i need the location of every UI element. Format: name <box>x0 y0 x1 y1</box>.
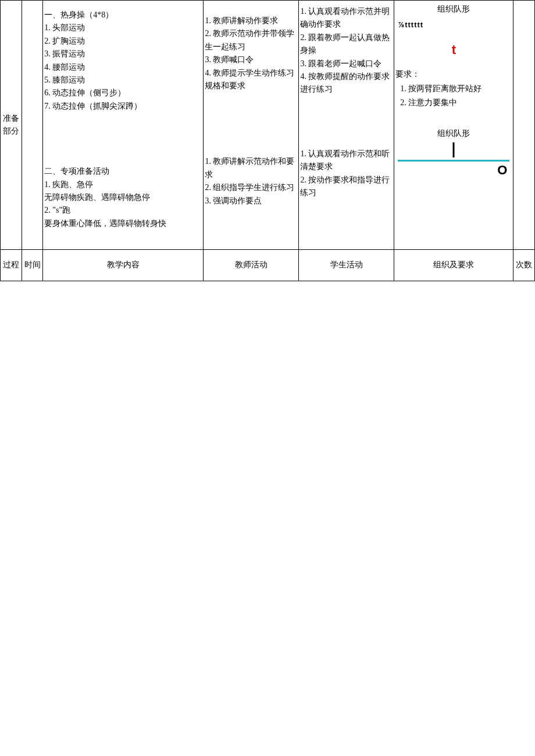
warmup-item: 4. 腰部运动 <box>44 61 202 74</box>
header-process: 过程 <box>1 249 22 281</box>
warmup-item: 2. 扩胸运动 <box>44 35 202 48</box>
formation-vertical-bar-icon <box>453 142 455 157</box>
student-activity-cell: 1. 认真观看动作示范并明确动作要求 2. 跟着教师一起认真做热身操 3. 跟着… <box>299 1 394 250</box>
formation-o-symbol: O <box>497 160 507 180</box>
special-prep-item: 无障碍物疾跑、遇障碍物急停 <box>44 191 202 204</box>
warmup-title: 一、热身操（4*8） <box>44 9 202 22</box>
teaching-content-cell: 一、热身操（4*8） 1. 头部运动 2. 扩胸运动 3. 振臂运动 4. 腰部… <box>43 1 204 250</box>
student-item: 3. 跟着老师一起喊口令 <box>300 58 393 70</box>
header-student: 学生活动 <box>299 249 394 281</box>
warmup-item: 3. 振臂运动 <box>44 48 202 60</box>
section-label: 准备部分 <box>3 114 19 135</box>
header-count: 次数 <box>513 249 535 281</box>
warmup-item: 7. 动态拉伸（抓脚尖深蹲） <box>44 100 202 113</box>
header-content: 教学内容 <box>43 249 204 281</box>
teacher-item: 2. 教师示范动作并带领学生一起练习 <box>205 27 297 53</box>
count-cell-empty <box>513 1 535 250</box>
requirements-label: 要求： <box>395 68 512 81</box>
teacher-item: 3. 强调动作要点 <box>205 195 297 207</box>
formation-title-1: 组织队形 <box>395 3 512 16</box>
requirement-item: 按两臂距离散开站好 <box>408 83 512 95</box>
spacer <box>395 183 512 247</box>
teacher-item: 1. 教师讲解动作要求 <box>205 15 297 27</box>
student-item: 1. 认真观看动作示范并明确动作要求 <box>300 5 393 31</box>
special-prep-item: 2. "s"跑 <box>44 204 202 217</box>
header-org: 组织及要求 <box>394 249 513 281</box>
teacher-block2: 1. 教师讲解示范动作和要求 2. 组织指导学生进行练习 3. 强调动作要点 <box>205 155 297 207</box>
requirement-item: 注意力要集中 <box>408 96 512 109</box>
warmup-item: 1. 头部运动 <box>44 22 202 34</box>
special-prep-block: 二、专项准备活动 1. 疾跑、急停 无障碍物疾跑、遇障碍物急停 2. "s"跑 … <box>44 165 202 230</box>
special-prep-item: 要身体重心降低，遇障碍物转身快 <box>44 217 202 230</box>
teacher-item: 2. 组织指导学生进行练习 <box>205 181 297 194</box>
warmup-item: 5. 膝部运动 <box>44 74 202 87</box>
student-item: 2. 跟着教师一起认真做热身操 <box>300 31 393 58</box>
requirements-list: 按两臂距离散开站好 注意力要集中 <box>398 83 512 110</box>
prep-section-row: 准备部分 一、热身操（4*8） 1. 头部运动 2. 扩胸运动 3. 振臂运动 … <box>1 1 535 250</box>
special-prep-item: 1. 疾跑、急停 <box>44 178 202 191</box>
teacher-block1: 1. 教师讲解动作要求 2. 教师示范动作并带领学生一起练习 3. 教师喊口令 … <box>205 15 297 92</box>
teacher-item: 3. 教师喊口令 <box>205 53 297 66</box>
header-time: 时间 <box>22 249 43 281</box>
teacher-activity-cell: 1. 教师讲解动作要求 2. 教师示范动作并带领学生一起练习 3. 教师喊口令 … <box>204 1 299 250</box>
teacher-item: 4. 教师提示学生动作练习规格和要求 <box>205 67 297 93</box>
formation-horizontal-line-icon <box>398 160 509 162</box>
time-cell-empty <box>22 1 43 250</box>
student-item: 1. 认真观看动作示范和听清楚要求 <box>300 148 393 174</box>
column-header-row: 过程 时间 教学内容 教师活动 学生活动 组织及要求 次数 <box>1 249 535 281</box>
header-teacher: 教师活动 <box>204 249 299 281</box>
formation-title-2: 组织队形 <box>395 127 512 140</box>
special-prep-title: 二、专项准备活动 <box>44 165 202 178</box>
student-item: 2. 按动作要求和指导进行练习 <box>300 174 393 200</box>
lesson-plan-table: 准备部分 一、热身操（4*8） 1. 头部运动 2. 扩胸运动 3. 振臂运动 … <box>0 0 535 281</box>
section-label-cell: 准备部分 <box>1 1 22 250</box>
student-item: 4. 按教师提醒的动作要求进行练习 <box>300 70 393 96</box>
teacher-item: 1. 教师讲解示范动作和要求 <box>205 155 297 181</box>
organization-cell: 组织队形 ⅞tttttt t 要求： 按两臂距离散开站好 注意力要集中 组织队形… <box>394 1 513 250</box>
student-block2: 1. 认真观看动作示范和听清楚要求 2. 按动作要求和指导进行练习 <box>300 148 393 200</box>
student-block1: 1. 认真观看动作示范并明确动作要求 2. 跟着教师一起认真做热身操 3. 跟着… <box>300 5 393 96</box>
formation-diagram-2: O <box>395 142 512 183</box>
warmup-item: 6. 动态拉伸（侧弓步） <box>44 87 202 99</box>
warmup-block: 一、热身操（4*8） 1. 头部运动 2. 扩胸运动 3. 振臂运动 4. 腰部… <box>44 9 202 113</box>
formation-symbols-line: ⅞tttttt <box>398 19 512 31</box>
formation-big-t: t <box>395 40 512 60</box>
